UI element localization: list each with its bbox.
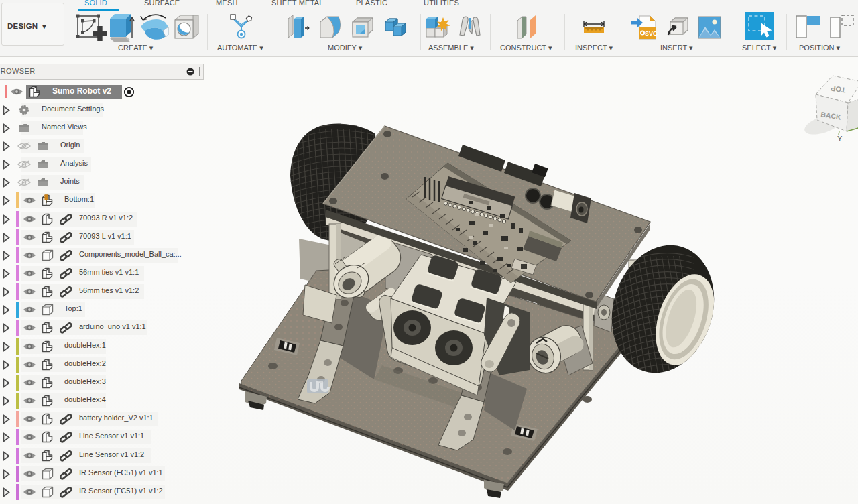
svg-text:SVG: SVG bbox=[645, 30, 658, 37]
svg-text:Y: Y bbox=[837, 135, 843, 143]
